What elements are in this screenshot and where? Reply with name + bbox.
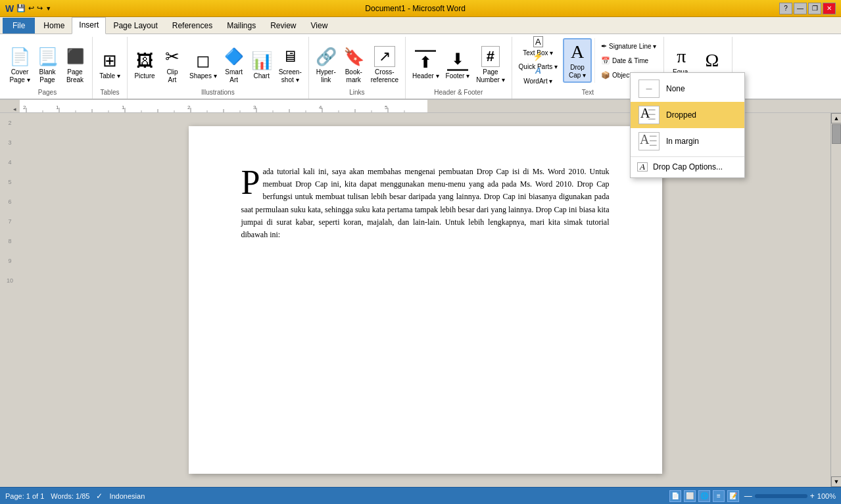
tab-review[interactable]: Review bbox=[263, 18, 303, 34]
header-button[interactable]: ⬆ Header ▾ bbox=[410, 43, 442, 87]
ribbon-group-links: 🔗 Hyper-link 🔖 Book-mark ↗ Cross-referen… bbox=[309, 37, 406, 99]
scroll-track[interactable] bbox=[831, 124, 841, 476]
footer-icon: ⬇ bbox=[447, 50, 468, 71]
page-break-button[interactable]: ⬛ PageBreak bbox=[62, 43, 88, 87]
vertical-scrollbar[interactable]: ▲ ▼ bbox=[830, 113, 841, 487]
status-bar-right: 📄 ⬜ 🌐 ≡ 📝 — + 100% bbox=[669, 490, 836, 502]
signature-line-button[interactable]: ✒ Signature Line ▾ bbox=[598, 39, 660, 53]
word-icon: W bbox=[5, 3, 14, 14]
smart-art-button[interactable]: 🔷 SmartArt bbox=[221, 43, 247, 87]
restore-btn[interactable]: ❐ bbox=[808, 3, 821, 14]
zoom-control: — + 100% bbox=[744, 492, 836, 501]
tab-home[interactable]: Home bbox=[36, 18, 72, 34]
zoom-level[interactable]: 100% bbox=[817, 492, 836, 500]
drop-cap-dropped[interactable]: A ═════════ Dropped bbox=[631, 102, 744, 128]
tab-page-layout[interactable]: Page Layout bbox=[106, 18, 164, 34]
header-label: Header ▾ bbox=[412, 72, 439, 80]
footer-button[interactable]: ⬇ Footer ▾ bbox=[443, 43, 473, 87]
links-group-label: Links bbox=[349, 89, 364, 97]
drop-cap-options[interactable]: A Drop Cap Options... bbox=[631, 159, 744, 175]
chart-label: Chart bbox=[253, 72, 269, 80]
word-art-button[interactable]: A WordArt ▾ bbox=[516, 68, 560, 81]
smart-art-label: SmartArt bbox=[225, 68, 243, 84]
drop-cap-none[interactable]: — None bbox=[631, 76, 744, 102]
table-button[interactable]: ⊞ Table ▾ bbox=[97, 43, 123, 87]
picture-button[interactable]: 🖼 Picture bbox=[132, 43, 158, 87]
undo-icon[interactable]: ↩ bbox=[28, 4, 34, 12]
help-btn[interactable]: ? bbox=[779, 3, 792, 14]
close-btn[interactable]: ✕ bbox=[823, 3, 836, 14]
scroll-up-btn[interactable]: ▲ bbox=[831, 113, 841, 124]
tab-insert[interactable]: Insert bbox=[72, 17, 106, 34]
cross-reference-icon: ↗ bbox=[374, 46, 395, 67]
spell-check-icon[interactable]: ✓ bbox=[96, 492, 103, 501]
redo-icon[interactable]: ↪ bbox=[37, 4, 43, 12]
symbol-icon: Ω bbox=[702, 50, 723, 71]
bookmark-label: Book-mark bbox=[345, 68, 362, 84]
shapes-button[interactable]: ◻ Shapes ▾ bbox=[187, 43, 220, 87]
document-page[interactable]: Pada tutorial kali ini, saya akan membah… bbox=[189, 126, 662, 474]
cover-page-button[interactable]: 📄 CoverPage ▾ bbox=[7, 43, 33, 87]
cross-reference-button[interactable]: ↗ Cross-reference bbox=[368, 43, 401, 87]
clip-art-label: ClipArt bbox=[166, 68, 178, 84]
window-controls[interactable]: ? — ❐ ✕ bbox=[779, 3, 836, 14]
blank-page-icon: 📃 bbox=[37, 46, 58, 67]
equation-icon: π bbox=[671, 46, 692, 67]
ribbon-group-header-footer: ⬆ Header ▾ ⬇ Footer ▾ # PageNumber ▾ Hea… bbox=[406, 37, 512, 99]
drop-cap-label: DropCap ▾ bbox=[569, 64, 586, 80]
drop-cap-options-icon: A bbox=[637, 162, 648, 172]
dropdown-separator bbox=[631, 156, 744, 157]
page-number-button[interactable]: # PageNumber ▾ bbox=[473, 43, 507, 87]
signature-line-label: Signature Line ▾ bbox=[609, 43, 656, 50]
clip-art-button[interactable]: ✂ ClipArt bbox=[159, 43, 185, 87]
zoom-in-btn[interactable]: + bbox=[810, 492, 815, 501]
chart-button[interactable]: 📊 Chart bbox=[249, 43, 275, 87]
word-count: Words: 1/85 bbox=[51, 492, 89, 500]
pages-group-label: Pages bbox=[38, 89, 57, 97]
tab-file[interactable]: File bbox=[3, 18, 35, 34]
print-layout-icon[interactable]: 📄 bbox=[669, 490, 681, 502]
picture-icon: 🖼 bbox=[134, 50, 155, 71]
web-layout-icon[interactable]: 🌐 bbox=[698, 490, 710, 502]
blank-page-button[interactable]: 📃 BlankPage bbox=[34, 43, 60, 87]
date-time-icon: 📅 bbox=[601, 57, 610, 65]
scroll-thumb[interactable] bbox=[832, 124, 841, 144]
drop-cap-letter: P bbox=[241, 168, 260, 197]
footer-label: Footer ▾ bbox=[446, 72, 470, 80]
ribbon-group-illustrations: 🖼 Picture ✂ ClipArt ◻ Shapes ▾ 🔷 SmartAr… bbox=[128, 37, 309, 99]
tab-mailings[interactable]: Mailings bbox=[220, 18, 263, 34]
left-margin: 2 3 4 5 6 7 8 9 10 bbox=[0, 113, 20, 487]
dropped-label: Dropped bbox=[666, 110, 696, 120]
drop-cap-dropdown: — None A ═════════ Dropped A ═════════ I… bbox=[630, 72, 745, 178]
in-margin-label: In margin bbox=[666, 137, 699, 146]
document-content[interactable]: Pada tutorial kali ini, saya akan membah… bbox=[241, 166, 610, 241]
minimize-btn[interactable]: — bbox=[794, 3, 807, 14]
svg-text:5: 5 bbox=[385, 104, 388, 110]
status-bar: Page: 1 of 1 Words: 1/85 ✓ Indonesian 📄 … bbox=[0, 487, 841, 504]
zoom-slider[interactable] bbox=[755, 494, 807, 498]
drop-cap-button[interactable]: A DropCap ▾ bbox=[563, 38, 592, 83]
hyperlink-button[interactable]: 🔗 Hyper-link bbox=[313, 43, 339, 87]
date-time-button[interactable]: 📅 Date & Time bbox=[598, 54, 660, 67]
screenshot-label: Screen-shot ▾ bbox=[279, 68, 302, 84]
tab-references[interactable]: References bbox=[165, 18, 220, 34]
draft-icon[interactable]: 📝 bbox=[727, 490, 739, 502]
screenshot-button[interactable]: 🖥 Screen-shot ▾ bbox=[276, 43, 304, 87]
ribbon-tabs: File Home Insert Page Layout References … bbox=[0, 17, 841, 34]
scroll-down-btn[interactable]: ▼ bbox=[831, 476, 841, 487]
bookmark-button[interactable]: 🔖 Book-mark bbox=[341, 43, 367, 87]
quick-access-toolbar[interactable]: W 💾 ↩ ↪ ▼ bbox=[5, 3, 51, 14]
header-icon: ⬆ bbox=[415, 50, 436, 71]
drop-cap-options-label: Drop Cap Options... bbox=[653, 162, 723, 172]
zoom-out-btn[interactable]: — bbox=[744, 492, 752, 501]
clip-art-icon: ✂ bbox=[162, 46, 183, 67]
save-icon[interactable]: 💾 bbox=[16, 4, 26, 12]
title-bar: W 💾 ↩ ↪ ▼ Document1 - Microsoft Word ? —… bbox=[0, 0, 841, 17]
quick-access-dropdown[interactable]: ▼ bbox=[45, 5, 51, 12]
drop-cap-in-margin[interactable]: A ═════════ In margin bbox=[631, 128, 744, 154]
outline-icon[interactable]: ≡ bbox=[713, 490, 725, 502]
tables-group-label: Tables bbox=[101, 89, 120, 97]
full-screen-icon[interactable]: ⬜ bbox=[684, 490, 696, 502]
tab-view[interactable]: View bbox=[304, 18, 335, 34]
language[interactable]: Indonesian bbox=[109, 492, 145, 500]
